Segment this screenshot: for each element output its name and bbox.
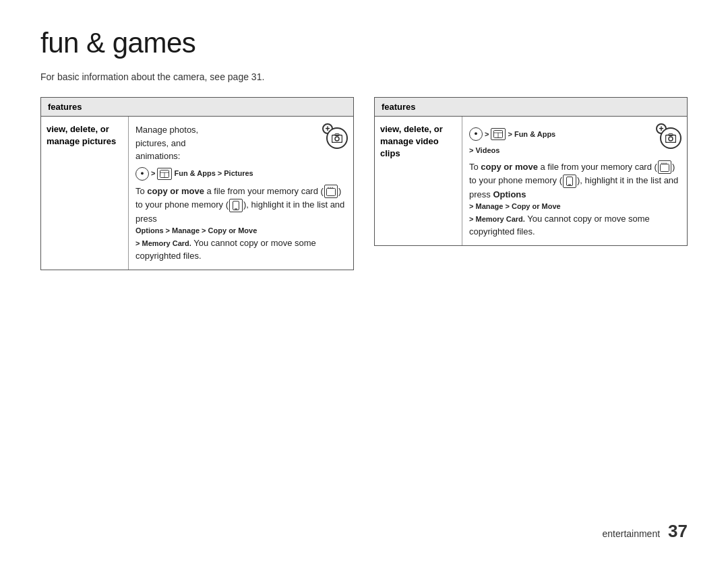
left-row-content: + Man bbox=[129, 117, 353, 270]
left-column: features view, delete, or manage picture… bbox=[40, 97, 354, 535]
left-memory-card-text: > Memory Card. You cannot copy or move s… bbox=[135, 237, 346, 263]
right-memory-card-text: > Memory Card. You cannot copy or move s… bbox=[469, 212, 680, 239]
base-camera-circle bbox=[326, 127, 348, 149]
svg-rect-18 bbox=[660, 164, 669, 172]
left-copy-move-text: To copy or move a file from your memory … bbox=[135, 185, 346, 226]
nav-fun-apps-label: Fun & Apps > Pictures bbox=[174, 168, 253, 179]
right-nav-dot-icon: ● bbox=[469, 127, 483, 141]
right-copy-move-text: To copy or move a file from your memory … bbox=[469, 160, 680, 201]
left-features-header: features bbox=[41, 98, 353, 117]
camera-plus-icon: + bbox=[322, 123, 348, 153]
page-title: fun & games bbox=[40, 27, 688, 59]
right-nav-path-2: > Videos bbox=[469, 145, 680, 156]
right-features-row: view, delete, or manage video clips + bbox=[375, 117, 687, 245]
right-phone-mem-icon bbox=[563, 175, 576, 188]
left-row-label: view, delete, or manage pictures bbox=[41, 117, 129, 270]
svg-rect-0 bbox=[332, 135, 342, 143]
mem-card-icon bbox=[324, 185, 338, 198]
combined-camera-icon: + bbox=[322, 123, 348, 149]
right-nav-path-1: ● > > Fun & Apps bbox=[469, 127, 680, 141]
nav-apps-icon bbox=[157, 168, 172, 180]
right-column: features view, delete, or manage video c… bbox=[374, 97, 688, 535]
right-nav-apps-icon bbox=[491, 128, 506, 140]
page-content: fun & games For basic information about … bbox=[0, 0, 728, 562]
page-footer: entertainment 37 bbox=[602, 521, 688, 542]
intro-text: For basic information about the camera, … bbox=[40, 71, 688, 82]
nav-dot-icon: ● bbox=[135, 167, 149, 181]
right-camera-plus-icon: + bbox=[656, 123, 681, 153]
left-options-path: Options > Manage > Copy or Move bbox=[135, 225, 346, 237]
right-features-header: features bbox=[375, 98, 687, 117]
left-features-row: view, delete, or manage pictures + bbox=[41, 117, 353, 270]
right-combined-camera-icon: + bbox=[656, 123, 681, 149]
svg-rect-6 bbox=[326, 189, 335, 196]
phone-mem-icon bbox=[229, 199, 243, 212]
right-row-content: + bbox=[462, 117, 687, 245]
svg-point-13 bbox=[669, 137, 673, 141]
left-features-table: features view, delete, or manage picture… bbox=[40, 97, 354, 270]
svg-rect-12 bbox=[666, 135, 676, 143]
right-manage-path: > Manage > Copy or Move bbox=[469, 201, 680, 212]
right-fun-apps-label: > Fun & Apps bbox=[508, 129, 555, 140]
svg-point-1 bbox=[335, 137, 339, 141]
right-row-label: view, delete, or manage video clips bbox=[375, 117, 462, 245]
footer-page-number: 37 bbox=[668, 521, 688, 542]
right-mem-card-icon bbox=[658, 160, 671, 174]
right-features-table: features view, delete, or manage video c… bbox=[374, 97, 688, 246]
two-column-layout: features view, delete, or manage picture… bbox=[40, 97, 688, 535]
left-nav-path: ● > Fun & Apps > Pictures bbox=[135, 167, 346, 181]
footer-text: entertainment bbox=[602, 528, 660, 539]
right-base-camera-circle bbox=[660, 127, 681, 149]
